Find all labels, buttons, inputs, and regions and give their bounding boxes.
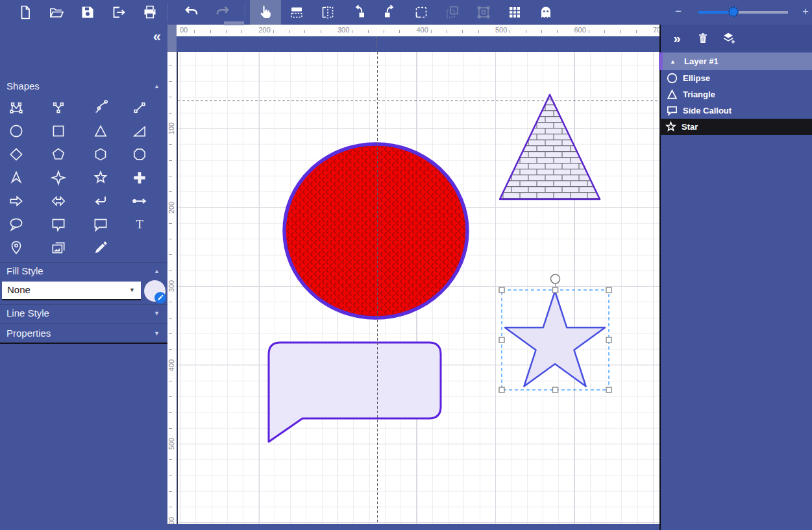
eyedropper-icon[interactable] <box>154 292 166 304</box>
shape-tool-star-icon[interactable] <box>91 168 110 187</box>
shape-tool-triangle-icon[interactable] <box>91 121 110 141</box>
shape-tool-right-triangle-icon[interactable] <box>130 121 149 141</box>
star-icon <box>665 121 677 133</box>
new-document-icon[interactable] <box>10 0 41 25</box>
shapes-section-label: Shapes <box>6 80 40 91</box>
ruler-label: 400 <box>167 356 175 374</box>
ruler-tick <box>169 223 172 224</box>
panel-expand-icon[interactable]: » <box>666 27 688 49</box>
shape-tool-text-icon[interactable]: T <box>130 215 149 234</box>
layer-item-side-callout[interactable]: Side Callout <box>661 102 812 119</box>
section-divider <box>0 262 167 263</box>
layer-item-star[interactable]: Star <box>659 119 812 135</box>
ruler-tick <box>169 113 172 114</box>
ruler-tick <box>384 30 384 33</box>
rotate-ccw-icon[interactable] <box>343 0 375 25</box>
ruler-tick <box>169 144 172 145</box>
save-icon[interactable] <box>72 0 103 25</box>
shape-tool-curve-icon[interactable] <box>91 98 110 117</box>
rotate-cw-icon[interactable] <box>375 0 406 25</box>
shape-tool-ellipse-icon[interactable] <box>6 121 26 141</box>
shape-tool-ellipse-callout-icon[interactable] <box>6 215 26 234</box>
zoom-in-button[interactable]: + <box>802 5 809 18</box>
shape-tool-hexagon-icon[interactable] <box>91 145 110 164</box>
ruler-tick <box>210 30 211 33</box>
grid-icon[interactable] <box>499 0 530 25</box>
ruler-tick <box>241 30 242 33</box>
ruler-tick <box>169 254 172 255</box>
shape-tool-pentagon-icon[interactable] <box>49 145 68 164</box>
ruler-label: 600 <box>167 514 175 525</box>
collapse-up-icon[interactable]: ▲ <box>670 58 676 65</box>
shape-tool-four-point-star-icon[interactable] <box>49 168 68 187</box>
layer-item-ellipse[interactable]: Ellipse <box>661 70 812 86</box>
fill-style-dropdown[interactable]: None ▼ <box>2 282 141 300</box>
ruler-tick <box>169 318 172 319</box>
open-folder-icon[interactable] <box>41 0 72 25</box>
properties-section-header[interactable]: Properties ▼ <box>0 326 167 342</box>
zoom-slider-thumb[interactable] <box>728 6 739 17</box>
pointer-tool-icon[interactable] <box>250 0 281 25</box>
shape-tool-node-edit-icon[interactable] <box>6 98 26 117</box>
vertical-guide-extension <box>376 36 377 52</box>
rotate-handle[interactable] <box>551 274 560 283</box>
shape-tool-line-icon[interactable] <box>130 98 149 117</box>
shapes-section-header[interactable]: Shapes ▲ <box>0 79 167 95</box>
shape-tool-location-pin-icon[interactable] <box>6 238 26 258</box>
shape-tool-dimension-line-icon[interactable] <box>130 191 149 211</box>
shape-tool-octagon-icon[interactable] <box>130 145 149 164</box>
shape-tool-side-callout-icon[interactable] <box>91 215 110 234</box>
print-icon[interactable] <box>134 0 166 25</box>
layer-row[interactable]: ▲ Layer #1 <box>661 53 812 70</box>
ruler-tick <box>169 491 172 492</box>
zoom-slider[interactable] <box>698 11 788 14</box>
ruler-tick <box>169 412 172 413</box>
shape-tool-polyline-icon[interactable] <box>49 98 68 117</box>
delete-layer-icon[interactable] <box>692 27 714 49</box>
section-divider <box>0 323 167 324</box>
export-icon[interactable] <box>103 0 134 25</box>
ruler-tick <box>368 30 369 33</box>
chevron-down-icon[interactable]: ▼ <box>154 330 160 337</box>
flip-vertical-icon[interactable] <box>281 0 312 25</box>
shape-tool-rectangle-callout-icon[interactable] <box>49 215 68 234</box>
fill-style-section-header[interactable]: Fill Style ▲ <box>0 264 167 280</box>
collapse-up-icon[interactable]: ▲ <box>154 83 160 90</box>
shape-tool-rectangle-icon[interactable] <box>49 121 68 141</box>
shape-tool-cross-icon[interactable] <box>130 168 149 187</box>
shape-tool-pencil-icon[interactable] <box>91 238 110 258</box>
shape-side-callout[interactable] <box>269 343 441 442</box>
marquee-select-icon[interactable] <box>406 0 437 25</box>
chevron-down-icon[interactable]: ▼ <box>154 310 160 317</box>
layer-item-triangle[interactable]: Triangle <box>661 86 812 102</box>
shape-star[interactable] <box>505 291 605 387</box>
shape-tool-image-icon[interactable] <box>49 238 68 258</box>
paste-chip-icon[interactable] <box>437 0 468 25</box>
shape-tool-diamond-icon[interactable] <box>6 145 26 164</box>
fill-style-label: Fill Style <box>6 265 43 276</box>
shape-tool-return-arrow-icon[interactable] <box>91 191 110 211</box>
shape-ellipse[interactable] <box>284 144 467 318</box>
canvas-shapes <box>178 52 660 524</box>
zoom-out-button[interactable]: − <box>675 5 682 18</box>
horizontal-scrollbar-thumb[interactable] <box>224 21 244 25</box>
undo-icon[interactable] <box>176 0 207 25</box>
shape-tool-arrow-right-icon[interactable] <box>6 191 26 211</box>
frame-select-icon[interactable] <box>468 0 499 25</box>
ghost-preview-icon[interactable] <box>530 0 561 25</box>
collapse-sidebar-button[interactable]: « <box>153 29 161 45</box>
ruler-tick <box>289 30 289 33</box>
shape-triangle[interactable] <box>500 95 600 199</box>
ruler-label: 300 <box>167 277 175 295</box>
shape-tool-three-point-star-icon[interactable] <box>6 168 26 187</box>
mirror-horizontal-icon[interactable] <box>312 0 343 25</box>
ruler-tick <box>352 30 352 33</box>
ruler-tick <box>169 160 172 161</box>
collapse-up-icon[interactable]: ▲ <box>154 268 160 274</box>
ellipse-icon <box>666 72 678 84</box>
line-style-section-header[interactable]: Line Style ▼ <box>0 306 167 322</box>
drawing-canvas[interactable] <box>177 52 660 524</box>
shape-tool-double-arrow-icon[interactable] <box>49 191 68 211</box>
add-layer-icon[interactable] <box>718 27 740 49</box>
horizontal-ruler: 00200300400500600700 <box>177 25 659 36</box>
